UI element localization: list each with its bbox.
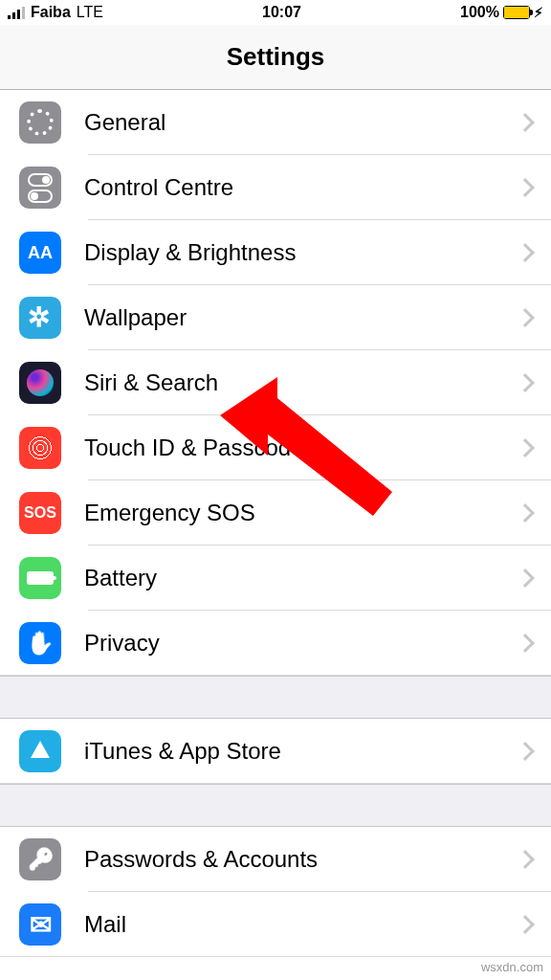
settings-list: General Control Centre AA Display & Brig… <box>0 90 551 957</box>
control-centre-icon <box>19 167 61 209</box>
row-label: Siri & Search <box>84 369 518 396</box>
row-siri-search[interactable]: Siri & Search <box>0 350 551 415</box>
chevron-right-icon <box>516 742 535 761</box>
privacy-icon <box>19 622 61 664</box>
page-title: Settings <box>227 42 325 72</box>
row-label: Battery <box>84 565 518 591</box>
group-separator <box>0 784 551 826</box>
row-privacy[interactable]: Privacy <box>0 611 551 676</box>
chevron-right-icon <box>516 373 535 392</box>
chevron-right-icon <box>516 850 535 869</box>
chevron-right-icon <box>516 568 535 588</box>
settings-group: Passwords & Accounts Mail <box>0 826 551 957</box>
row-label: Passwords & Accounts <box>84 846 518 873</box>
sos-icon: SOS <box>19 492 61 534</box>
row-general[interactable]: General <box>0 90 551 155</box>
chevron-right-icon <box>516 308 535 327</box>
row-label: Touch ID & Passcode <box>84 434 518 461</box>
appstore-icon <box>19 730 61 772</box>
status-bar: Faiba LTE 10:07 100% ⚡︎ <box>0 0 551 25</box>
row-label: Control Centre <box>84 174 518 201</box>
row-label: Display & Brightness <box>84 239 518 266</box>
clock: 10:07 <box>262 4 301 21</box>
chevron-right-icon <box>516 915 535 934</box>
row-label: Wallpaper <box>84 304 518 331</box>
signal-strength-icon <box>8 6 25 19</box>
row-label: Emergency SOS <box>84 500 518 526</box>
chevron-right-icon <box>516 178 535 197</box>
general-icon <box>19 101 61 144</box>
charging-icon: ⚡︎ <box>534 5 543 20</box>
mail-icon <box>19 903 61 946</box>
settings-group: iTunes & App Store <box>0 718 551 784</box>
touchid-icon <box>19 427 61 469</box>
row-label: Privacy <box>84 630 518 657</box>
wallpaper-icon <box>19 297 61 339</box>
row-label: General <box>84 109 518 136</box>
network-label: LTE <box>77 4 103 21</box>
row-passwords-accounts[interactable]: Passwords & Accounts <box>0 827 551 892</box>
carrier-label: Faiba <box>31 4 71 21</box>
watermark: wsxdn.com <box>481 960 543 974</box>
settings-group: General Control Centre AA Display & Brig… <box>0 90 551 676</box>
row-display-brightness[interactable]: AA Display & Brightness <box>0 220 551 285</box>
row-emergency-sos[interactable]: SOS Emergency SOS <box>0 480 551 546</box>
group-separator <box>0 676 551 718</box>
chevron-right-icon <box>516 113 535 132</box>
chevron-right-icon <box>516 634 535 653</box>
row-mail[interactable]: Mail <box>0 892 551 957</box>
status-right: 100% ⚡︎ <box>460 4 543 21</box>
chevron-right-icon <box>516 243 535 262</box>
battery-icon <box>19 557 61 599</box>
battery-percent: 100% <box>460 4 499 21</box>
row-wallpaper[interactable]: Wallpaper <box>0 285 551 350</box>
row-battery[interactable]: Battery <box>0 546 551 611</box>
row-touch-id-passcode[interactable]: Touch ID & Passcode <box>0 415 551 480</box>
row-label: Mail <box>84 911 518 938</box>
siri-icon <box>19 362 61 404</box>
nav-header: Settings <box>0 25 551 90</box>
display-icon: AA <box>19 232 61 274</box>
chevron-right-icon <box>516 503 535 523</box>
battery-icon <box>503 6 530 19</box>
status-left: Faiba LTE <box>8 4 103 21</box>
row-label: iTunes & App Store <box>84 738 518 765</box>
chevron-right-icon <box>516 438 535 457</box>
row-control-centre[interactable]: Control Centre <box>0 155 551 220</box>
passwords-icon <box>19 838 61 880</box>
row-itunes-app-store[interactable]: iTunes & App Store <box>0 719 551 784</box>
